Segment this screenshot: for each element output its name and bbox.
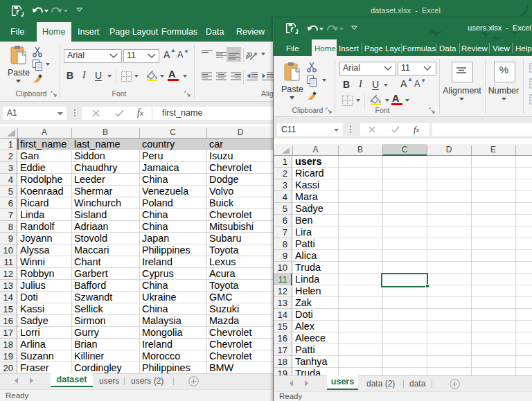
svg-text:ab: ab <box>246 49 254 60</box>
